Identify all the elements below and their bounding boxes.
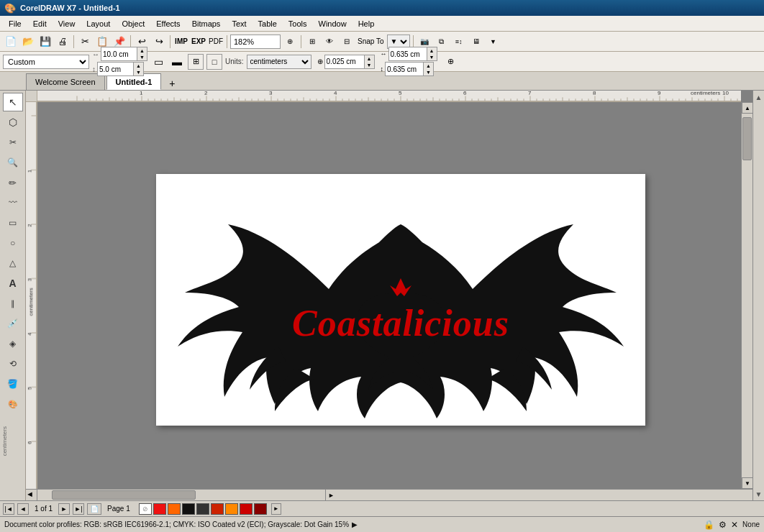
menu-text[interactable]: Text <box>226 18 252 29</box>
v-scroll-thumb[interactable] <box>742 117 752 160</box>
v-scroll-track[interactable] <box>742 114 752 477</box>
add-tab-button[interactable]: + <box>165 77 178 90</box>
nudge-down-btn[interactable]: ▼ <box>364 62 374 68</box>
next-page-btn[interactable]: ► <box>58 503 70 515</box>
menu-bitmaps[interactable]: Bitmaps <box>186 18 227 29</box>
canvas-inner[interactable]: Coastalicious <box>37 102 741 489</box>
color-swatch-crimson[interactable] <box>240 503 253 515</box>
vertical-scrollbar[interactable]: ▲ ▼ <box>741 102 752 489</box>
export-button[interactable]: EXP <box>191 34 206 50</box>
menu-effects[interactable]: Effects <box>150 18 186 29</box>
h-scroll-left-btn[interactable]: ◄ <box>26 489 37 500</box>
last-page-btn[interactable]: ►| <box>73 503 84 515</box>
display-dropdown-btn[interactable]: ▼ <box>486 34 501 50</box>
freehand-tool-btn[interactable]: ✏ <box>3 173 23 192</box>
menu-view[interactable]: View <box>53 18 81 29</box>
nudge-up-btn[interactable]: ▲ <box>364 55 374 62</box>
menu-help[interactable]: Help <box>353 18 381 29</box>
preset-select[interactable]: Custom <box>3 55 89 69</box>
status-icon1[interactable]: 🔒 <box>704 520 714 530</box>
select-tool-btn[interactable]: ↖ <box>3 93 23 111</box>
scroll-up-btn[interactable]: ▲ <box>742 102 752 114</box>
dimension-tool-btn[interactable]: ∥ <box>3 294 23 313</box>
print-button[interactable]: 🖨 <box>55 34 71 50</box>
page-settings-btn[interactable]: ⊕ <box>443 54 459 70</box>
interactive-fill-btn[interactable]: ◈ <box>3 334 23 353</box>
height-up-btn[interactable]: ▲ <box>133 63 143 69</box>
new-button[interactable]: 📄 <box>3 34 19 50</box>
publish-button[interactable]: PDF <box>208 34 224 50</box>
scroll-down-btn[interactable]: ▼ <box>742 477 752 489</box>
color-swatch-maroon[interactable] <box>254 503 267 515</box>
menu-layout[interactable]: Layout <box>81 18 116 29</box>
snap-view-btn[interactable]: 👁 <box>322 34 337 50</box>
status-icon2[interactable]: ⚙ <box>719 520 727 530</box>
color-swatch-amber[interactable] <box>225 503 238 515</box>
tab-welcome-screen[interactable]: Welcome Screen <box>26 73 105 90</box>
size2-down-btn[interactable]: ▼ <box>423 69 433 75</box>
menu-tools[interactable]: Tools <box>283 18 313 29</box>
no-fill-swatch[interactable]: ⊘ <box>139 503 152 515</box>
eyedropper-tool-btn[interactable]: 💉 <box>3 314 23 333</box>
h-scroll-right-btn[interactable]: ► <box>325 489 337 500</box>
display-mode-btn[interactable]: 🖥 <box>468 34 484 50</box>
size1-spinbox[interactable]: ▲ ▼ <box>388 47 437 61</box>
import-button[interactable]: IMP <box>173 34 189 50</box>
menu-edit[interactable]: Edit <box>27 18 53 29</box>
prev-page-btn[interactable]: ◄ <box>17 503 29 515</box>
add-page-btn[interactable]: 📄 <box>87 503 101 515</box>
dock-bottom-btn[interactable]: ▼ <box>754 489 764 499</box>
units-select[interactable]: centimeters <box>247 55 311 69</box>
rect-tool-btn[interactable]: ▭ <box>3 214 23 232</box>
color-swatch-black[interactable] <box>182 503 195 515</box>
color-swatch-orange[interactable] <box>168 503 181 515</box>
redo-button[interactable]: ↪ <box>151 34 167 50</box>
height-spinbox[interactable]: ▲ ▼ <box>97 62 144 76</box>
height-down-btn[interactable]: ▼ <box>133 69 143 75</box>
dock-top-btn[interactable]: ▲ <box>754 92 764 102</box>
h-scroll-thumb[interactable] <box>52 490 196 500</box>
snap-grid-btn[interactable]: ⊟ <box>339 34 355 50</box>
landscape-btn[interactable]: ▬ <box>169 54 185 70</box>
nudge-spinbox[interactable]: ▲ ▼ <box>324 55 375 69</box>
curve-tool-btn[interactable]: 〰 <box>3 193 23 212</box>
color-swatch-darkred[interactable] <box>211 503 224 515</box>
text-tool-btn[interactable]: A <box>3 274 23 293</box>
portrait-btn[interactable]: ▭ <box>150 54 166 70</box>
crop-tool-btn[interactable]: ✂ <box>3 133 23 152</box>
size2-spinbox[interactable]: ▲ ▼ <box>385 62 434 76</box>
color-swatch-darkgray[interactable] <box>196 503 209 515</box>
snap-icon[interactable]: ⊞ <box>304 34 320 50</box>
zoom-tool-btn[interactable]: 🔍 <box>3 153 23 172</box>
width-spinbox[interactable]: ▲ ▼ <box>101 47 147 61</box>
menu-window[interactable]: Window <box>313 18 353 29</box>
all-pages-btn[interactable]: ⊞ <box>188 54 204 70</box>
size1-down-btn[interactable]: ▼ <box>427 54 437 60</box>
polygon-tool-btn[interactable]: △ <box>3 254 23 272</box>
color-swatch-red[interactable] <box>153 503 166 515</box>
width-up-btn[interactable]: ▲ <box>137 47 147 54</box>
menu-table[interactable]: Table <box>253 18 283 29</box>
menu-file[interactable]: File <box>3 18 27 29</box>
palette-scroll-right[interactable]: ► <box>271 503 281 515</box>
menu-object[interactable]: Object <box>116 18 150 29</box>
width-down-btn[interactable]: ▼ <box>137 54 147 60</box>
zoom-control-btn[interactable]: ⊕ <box>282 34 298 50</box>
first-page-btn[interactable]: |◄ <box>3 503 14 515</box>
cut-button[interactable]: ✂ <box>77 34 93 50</box>
shape-tool-btn[interactable]: ⬡ <box>3 113 23 132</box>
blend-tool-btn[interactable]: 🪣 <box>3 375 23 393</box>
smart-fill-btn[interactable]: ⟲ <box>3 354 23 373</box>
status-arrow[interactable]: ▶ <box>352 520 358 528</box>
transparency-tool-btn[interactable]: 🎨 <box>3 395 23 413</box>
size2-up-btn[interactable]: ▲ <box>423 63 433 69</box>
status-icon3[interactable]: ✕ <box>731 520 738 530</box>
save-button[interactable]: 💾 <box>37 34 53 50</box>
transform-btn[interactable]: ≡↕ <box>451 34 467 50</box>
current-page-btn[interactable]: □ <box>206 54 222 70</box>
size1-up-btn[interactable]: ▲ <box>427 47 437 54</box>
zoom-display[interactable]: 182% <box>230 35 281 49</box>
open-button[interactable]: 📂 <box>20 34 36 50</box>
ellipse-tool-btn[interactable]: ○ <box>3 234 23 252</box>
h-scroll-track[interactable] <box>37 489 325 500</box>
